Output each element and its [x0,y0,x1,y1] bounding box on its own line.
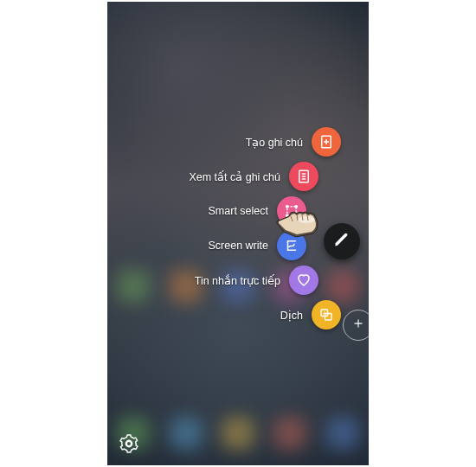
heart-icon [289,265,318,295]
svg-point-9 [295,206,297,208]
screen-write-icon [277,231,306,260]
menu-item-label: Screen write [209,240,268,252]
menu-item-translate[interactable]: Dịch A [211,297,341,332]
air-command-menu: Tạo ghi chú Xem tất cả ghi chú [213,125,343,332]
menu-item-label: Smart select [209,205,268,217]
menu-item-screen-write[interactable]: Screen write [177,228,306,263]
menu-item-view-all-notes[interactable]: Xem tất cả ghi chú [189,159,318,194]
svg-point-8 [286,206,288,208]
menu-item-smart-select[interactable]: Smart select [177,194,306,228]
menu-item-label: Xem tất cả ghi chú [189,170,280,183]
bg-dock-row [107,417,369,450]
svg-point-10 [286,214,288,216]
pen-icon [333,231,351,252]
note-add-icon [312,127,341,157]
menu-item-create-note[interactable]: Tạo ghi chú [211,125,341,159]
phone-screen: Tạo ghi chú Xem tất cả ghi chú [107,2,369,465]
settings-button[interactable] [119,434,140,455]
svg-rect-13 [325,314,332,321]
svg-rect-7 [287,207,297,216]
add-shortcut-button[interactable] [343,310,369,341]
plus-icon [351,317,365,334]
menu-item-label: Tạo ghi chú [246,136,303,149]
notes-list-icon [289,162,318,191]
smart-select-icon [277,196,306,226]
menu-item-label: Tin nhắn trực tiếp [195,274,280,287]
svg-point-11 [295,214,297,216]
menu-item-label: Dịch [280,309,303,322]
translate-icon: A [312,300,341,329]
svg-point-17 [126,441,132,446]
gear-icon [119,441,138,456]
menu-item-live-message[interactable]: Tin nhắn trực tiếp [189,263,318,297]
svg-text:A: A [323,311,325,316]
spen-button[interactable] [324,223,360,259]
